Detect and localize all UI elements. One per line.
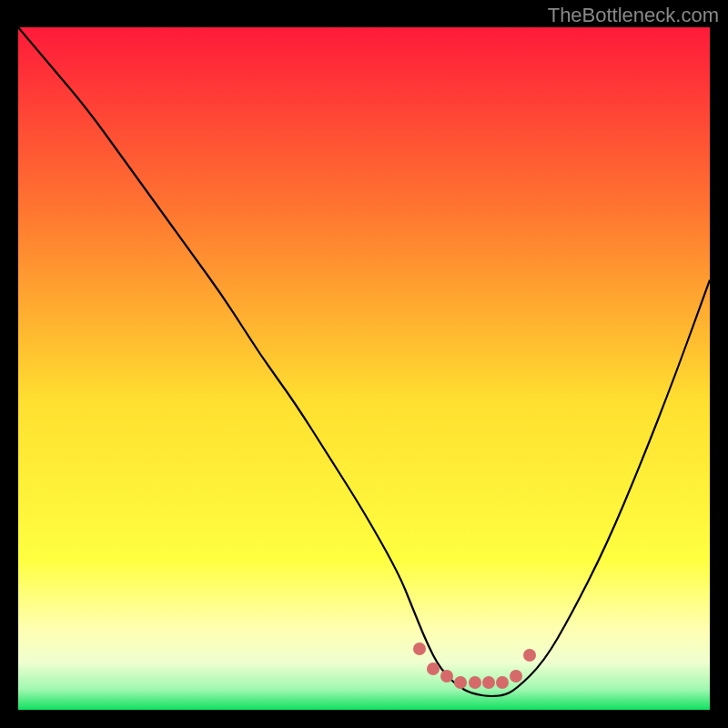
curve-marker <box>469 676 481 689</box>
curve-marker <box>496 676 509 689</box>
curve-marker <box>413 642 426 655</box>
curve-marker <box>440 670 453 682</box>
bottleneck-curve <box>18 27 710 696</box>
curve-layer <box>18 27 710 710</box>
watermark-text: TheBottleneck.com <box>548 4 719 27</box>
plot-area <box>18 27 710 710</box>
curve-marker <box>510 670 522 682</box>
curve-marker <box>482 676 495 689</box>
chart-container: TheBottleneck.com <box>0 0 728 728</box>
curve-marker <box>523 649 536 662</box>
curve-marker <box>427 662 440 675</box>
curve-marker <box>454 676 467 689</box>
